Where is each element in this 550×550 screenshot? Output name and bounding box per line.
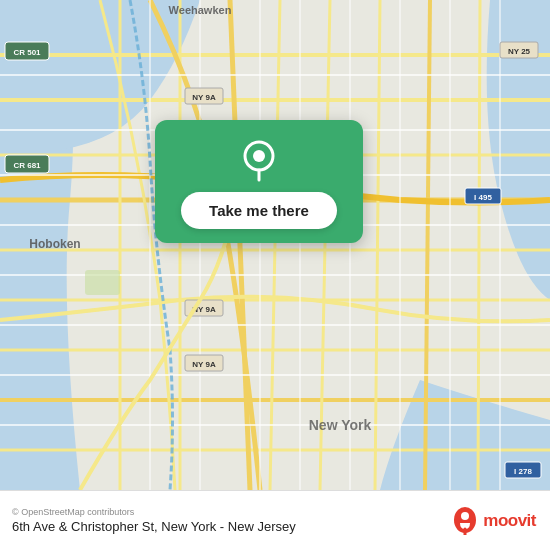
location-info: © OpenStreetMap contributors 6th Ave & C… [12,507,296,534]
location-card: Take me there [155,120,363,243]
take-me-there-button[interactable]: Take me there [181,192,337,229]
bottom-bar: © OpenStreetMap contributors 6th Ave & C… [0,490,550,550]
address-text: 6th Ave & Christopher St, New York - New… [12,519,296,534]
pin-icon [237,138,281,182]
svg-rect-55 [85,270,120,295]
svg-text:NY 9A: NY 9A [192,360,216,369]
svg-text:New York: New York [309,417,372,433]
svg-line-17 [478,0,480,490]
svg-text:I 495: I 495 [474,193,492,202]
moovit-logo: moovit [451,507,536,535]
svg-text:Hoboken: Hoboken [29,237,80,251]
svg-text:I 278: I 278 [514,467,532,476]
map-svg: CR 501 CR 681 NY 9A NY 9A NY 9A NY 9A NY… [0,0,550,490]
svg-point-57 [253,150,265,162]
svg-point-59 [461,512,469,520]
copyright-text: © OpenStreetMap contributors [12,507,296,517]
svg-text:NY 9A: NY 9A [192,93,216,102]
moovit-logo-icon [451,507,479,535]
moovit-brand-text: moovit [483,511,536,531]
svg-text:CR 501: CR 501 [13,48,41,57]
map-container: CR 501 CR 681 NY 9A NY 9A NY 9A NY 9A NY… [0,0,550,490]
svg-text:Weehawken: Weehawken [169,4,232,16]
svg-text:CR 681: CR 681 [13,161,41,170]
svg-text:NY 25: NY 25 [508,47,531,56]
